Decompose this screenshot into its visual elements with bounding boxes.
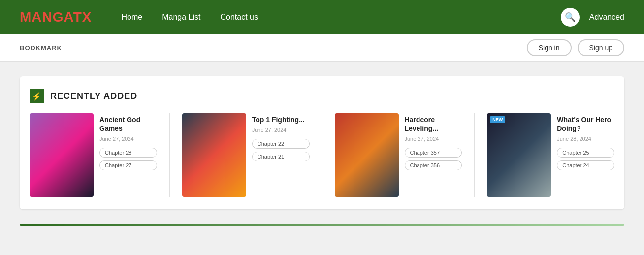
chapter-tag-2[interactable]: Chapter 21	[252, 152, 310, 161]
chapter-tag-1[interactable]: Chapter 22	[252, 139, 310, 149]
card-date: June 27, 2024	[252, 127, 310, 133]
section-header: ⚡ RECENTLY ADDED	[30, 89, 614, 103]
chapter-tag-2[interactable]: Chapter 27	[99, 160, 157, 170]
chapter-tag-1[interactable]: Chapter 25	[557, 148, 614, 158]
logo-text: MANGAT	[20, 9, 82, 25]
search-button[interactable]: 🔍	[561, 8, 580, 27]
nav-contact-us[interactable]: Contact us	[220, 13, 258, 22]
nav-right: 🔍 Advanced	[561, 8, 624, 27]
recently-added-section: ⚡ RECENTLY ADDED Ancient God Games June …	[20, 76, 624, 209]
advanced-link[interactable]: Advanced	[589, 13, 624, 22]
card-image-ancient-god[interactable]	[30, 113, 94, 197]
card-info-hardcore: Hardcore Leveling... June 27, 2024 Chapt…	[405, 113, 462, 197]
card-thumbnail	[182, 113, 246, 197]
search-icon: 🔍	[565, 12, 576, 23]
chapter-tag-1[interactable]: Chapter 357	[405, 148, 462, 158]
nav-home[interactable]: Home	[121, 13, 142, 22]
lightning-icon: ⚡	[30, 89, 44, 103]
card-image-whats-our[interactable]: NEW	[487, 113, 551, 197]
card-image-top1[interactable]	[182, 113, 246, 197]
sign-in-button[interactable]: Sign in	[527, 39, 572, 56]
card-title[interactable]: Hardcore Leveling...	[405, 115, 462, 133]
section-title: RECENTLY ADDED	[50, 91, 137, 101]
card-date: June 28, 2024	[557, 136, 614, 142]
card-image-hardcore[interactable]	[335, 113, 399, 197]
card-title[interactable]: Ancient God Games	[99, 115, 157, 133]
bookmark-label: BOOKMARK	[20, 44, 62, 52]
card-title[interactable]: Top 1 Fighting...	[252, 115, 310, 124]
site-logo[interactable]: MANGATx	[20, 9, 92, 25]
card-info-ancient-god: Ancient God Games June 27, 2024 Chapter …	[99, 113, 157, 197]
divider-1	[169, 113, 170, 197]
manga-card-hardcore-leveling: Hardcore Leveling... June 27, 2024 Chapt…	[335, 113, 462, 197]
card-thumbnail	[487, 113, 551, 197]
card-info-top1: Top 1 Fighting... June 27, 2024 Chapter …	[252, 113, 310, 197]
chapter-tag-2[interactable]: Chapter 356	[405, 160, 462, 170]
main-content: ⚡ RECENTLY ADDED Ancient God Games June …	[0, 62, 644, 241]
divider-3	[474, 113, 475, 197]
auth-buttons: Sign in Sign up	[527, 39, 624, 56]
sign-up-button[interactable]: Sign up	[578, 39, 624, 56]
nav-manga-list[interactable]: Manga List	[162, 13, 200, 22]
manga-card-top1-fighting: Top 1 Fighting... June 27, 2024 Chapter …	[182, 113, 310, 197]
card-thumbnail	[335, 113, 399, 197]
logo-x: x	[82, 9, 92, 25]
chapter-tag-2[interactable]: Chapter 24	[557, 160, 614, 170]
card-info-whats-our: What's Our Hero Doing? June 28, 2024 Cha…	[557, 113, 614, 197]
chapter-tag-1[interactable]: Chapter 28	[99, 148, 157, 158]
card-thumbnail	[30, 113, 94, 197]
navbar: MANGATx Home Manga List Contact us 🔍 Adv…	[0, 0, 644, 34]
card-date: June 27, 2024	[99, 136, 157, 142]
bottom-accent-line	[20, 224, 624, 226]
bookmark-bar: BOOKMARK Sign in Sign up	[0, 34, 644, 62]
manga-card-ancient-god-games: Ancient God Games June 27, 2024 Chapter …	[30, 113, 157, 197]
manga-cards-container: Ancient God Games June 27, 2024 Chapter …	[30, 113, 614, 197]
new-badge: NEW	[490, 116, 505, 123]
divider-2	[322, 113, 322, 197]
card-title[interactable]: What's Our Hero Doing?	[557, 115, 614, 133]
nav-links: Home Manga List Contact us	[121, 13, 560, 22]
manga-card-whats-our-hero: NEW What's Our Hero Doing? June 28, 2024…	[487, 113, 614, 197]
card-date: June 27, 2024	[405, 136, 462, 142]
